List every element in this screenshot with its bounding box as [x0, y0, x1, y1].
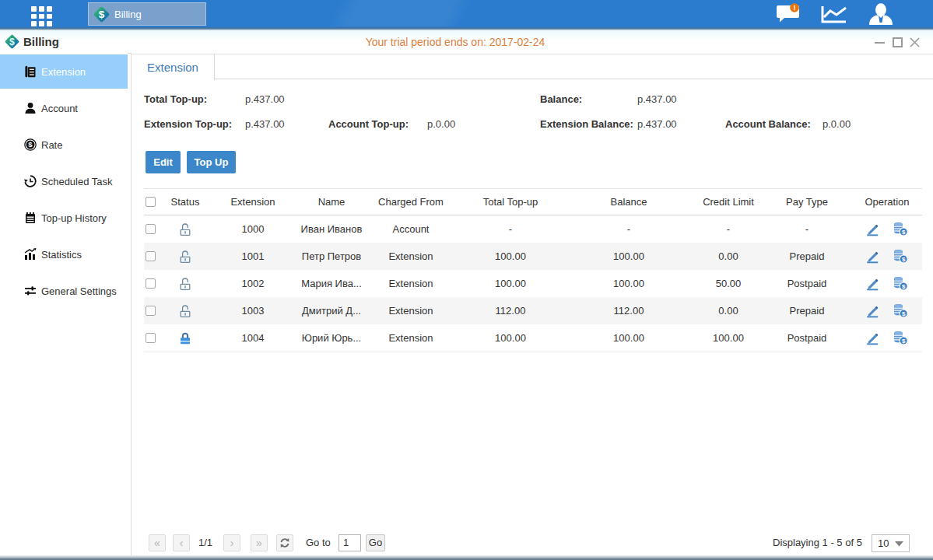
svg-text:$: $ [99, 9, 105, 20]
svg-text:$: $ [902, 338, 906, 345]
svg-text:!: ! [794, 4, 796, 12]
svg-text:$: $ [902, 283, 906, 290]
svg-text:$: $ [902, 229, 906, 236]
svg-text:$: $ [28, 140, 33, 149]
svg-text:$: $ [902, 310, 906, 317]
svg-text:$: $ [902, 256, 906, 263]
